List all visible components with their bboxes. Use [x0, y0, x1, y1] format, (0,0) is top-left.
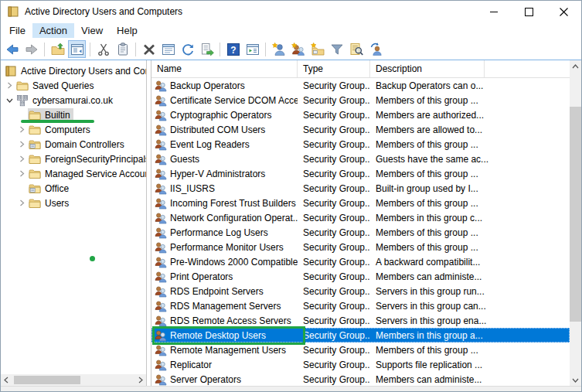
- tree-item-managed-service-accounts[interactable]: Managed Service Accounts: [1, 166, 146, 181]
- tree-item-computers[interactable]: Computers: [1, 122, 146, 137]
- cell-name: Server Operators: [151, 373, 298, 386]
- list-row-performance-monitor-users[interactable]: Performance Monitor UsersSecurity Group.…: [151, 240, 570, 254]
- cut-button[interactable]: [94, 40, 112, 58]
- tree-item-label: cybersamurai.co.uk: [32, 95, 113, 106]
- refresh-button[interactable]: [179, 40, 196, 58]
- list-row-incoming-forest-trust-builders[interactable]: Incoming Forest Trust BuildersSecurity G…: [151, 196, 570, 210]
- new-ou-button[interactable]: [308, 40, 326, 58]
- forward-button[interactable]: [22, 40, 40, 58]
- list-row-cryptographic-operators[interactable]: Cryptographic OperatorsSecurity Group...…: [151, 107, 570, 122]
- list-row-rds-remote-access-servers[interactable]: RDS Remote Access ServersSecurity Group.…: [151, 313, 570, 328]
- chevron-right-icon[interactable]: [4, 82, 15, 89]
- filter-button[interactable]: [328, 40, 345, 58]
- tree-horizontal-scrollbar[interactable]: [1, 374, 146, 386]
- list-row-guests[interactable]: GuestsSecurity Group...Guests have the s…: [151, 152, 570, 166]
- properties-button[interactable]: [159, 40, 177, 58]
- list-row-replicator[interactable]: ReplicatorSecurity Group...Supports file…: [151, 357, 570, 372]
- new-user-button[interactable]: [270, 40, 288, 58]
- scroll-down-button[interactable]: [570, 374, 581, 386]
- cell-name: Distributed COM Users: [151, 124, 298, 136]
- column-header-description[interactable]: Description: [370, 60, 485, 77]
- row-name-label: Certificate Service DCOM Access: [170, 95, 298, 106]
- chevron-right-icon[interactable]: [16, 155, 28, 162]
- toolbar-separator: [135, 43, 136, 56]
- menu-action[interactable]: Action: [32, 23, 74, 38]
- delete-button[interactable]: [140, 40, 158, 58]
- tree-item-domain-controllers[interactable]: Domain Controllers: [1, 137, 146, 152]
- row-name-label: RDS Endpoint Servers: [170, 286, 264, 297]
- chevron-down-icon[interactable]: [4, 97, 15, 104]
- up-one-level-button[interactable]: [49, 40, 66, 58]
- cell-name: Performance Monitor Users: [151, 241, 298, 254]
- tree-item-saved-queries[interactable]: Saved Queries: [1, 78, 146, 93]
- list-row-rds-endpoint-servers[interactable]: RDS Endpoint ServersSecurity Group...Ser…: [151, 284, 570, 298]
- find-button[interactable]: [347, 40, 365, 58]
- tree-item-foreignsecurityprincipals[interactable]: ForeignSecurityPrincipals: [1, 152, 146, 166]
- help-button[interactable]: ?: [224, 40, 242, 58]
- paste-button[interactable]: [114, 40, 131, 58]
- cell-name: Guests: [151, 153, 298, 165]
- list-row-backup-operators[interactable]: Backup OperatorsSecurity Group...Backup …: [151, 78, 570, 93]
- list-row-network-configuration-operat[interactable]: Network Configuration Operat...Security …: [151, 210, 570, 225]
- back-button[interactable]: [3, 40, 21, 58]
- scroll-right-icon[interactable]: [138, 377, 144, 383]
- row-name-label: Remote Management Users: [170, 345, 286, 356]
- user-refresh-button[interactable]: [366, 40, 384, 58]
- console-tree-pane: Active Directory Users and ComSaved Quer…: [1, 60, 147, 386]
- column-header-type[interactable]: Type: [298, 60, 370, 77]
- cell-name: Replicator: [151, 359, 298, 371]
- show-action-pane-button[interactable]: [243, 40, 261, 58]
- list-row-server-operators[interactable]: Server OperatorsSecurity Group...Members…: [151, 372, 570, 386]
- close-button[interactable]: [546, 1, 581, 22]
- new-group-button[interactable]: [289, 40, 307, 58]
- tree-item-office[interactable]: Office: [1, 181, 146, 196]
- list-row-iis-iusrs[interactable]: IIS_IUSRSSecurity Group...Built-in group…: [151, 181, 570, 196]
- tree-item-body: Users: [28, 196, 72, 210]
- paste-icon: [115, 42, 131, 57]
- list-row-print-operators[interactable]: Print OperatorsSecurity Group...Members …: [151, 269, 570, 284]
- chevron-right-icon[interactable]: [16, 170, 28, 177]
- list-row-distributed-com-users[interactable]: Distributed COM UsersSecurity Group...Me…: [151, 122, 570, 137]
- maximize-button[interactable]: [512, 1, 546, 22]
- tree-item-label: Office: [45, 183, 69, 194]
- vertical-scroll-thumb[interactable]: [570, 107, 581, 322]
- folder-icon: [16, 80, 29, 92]
- list-row-remote-desktop-users[interactable]: Remote Desktop UsersSecurity Group...Mem…: [151, 328, 570, 343]
- chevron-right-icon[interactable]: [16, 126, 28, 133]
- tree-item-users[interactable]: Users: [1, 196, 146, 210]
- properties-icon: [161, 42, 176, 57]
- list-row-hyper-v-administrators[interactable]: Hyper-V AdministratorsSecurity Group...M…: [151, 166, 570, 181]
- row-name-label: Hyper-V Administrators: [170, 169, 265, 179]
- scroll-left-icon[interactable]: [3, 377, 9, 383]
- list-column-headers: Name Type Description: [151, 60, 570, 78]
- new-ou-icon: [310, 42, 325, 57]
- list-vertical-scrollbar[interactable]: [570, 60, 581, 386]
- list-row-event-log-readers[interactable]: Event Log ReadersSecurity Group...Member…: [151, 137, 570, 152]
- column-header-name[interactable]: Name: [151, 60, 298, 77]
- tree-item-active-directory-users-and-com[interactable]: Active Directory Users and Com: [1, 63, 146, 78]
- window-bottom-strip: [1, 386, 581, 391]
- close-icon: [560, 8, 568, 16]
- scroll-up-button[interactable]: [570, 60, 581, 72]
- row-name-label: Performance Monitor Users: [170, 242, 284, 253]
- chevron-right-icon[interactable]: [16, 199, 28, 206]
- list-row-pre-windows-2000-compatible[interactable]: Pre-Windows 2000 Compatible...Security G…: [151, 254, 570, 269]
- tree-item-cybersamurai-co-uk[interactable]: cybersamurai.co.uk: [1, 93, 146, 107]
- export-list-button[interactable]: [198, 40, 216, 58]
- tree-item-body: ForeignSecurityPrincipals: [28, 152, 147, 166]
- menu-help[interactable]: Help: [110, 23, 145, 38]
- cell-type: Security Group...: [298, 345, 370, 356]
- list-row-rds-management-servers[interactable]: RDS Management ServersSecurity Group...S…: [151, 298, 570, 313]
- horizontal-scroll-thumb[interactable]: [14, 376, 80, 384]
- list-row-performance-log-users[interactable]: Performance Log UsersSecurity Group...Me…: [151, 225, 570, 240]
- chevron-right-icon[interactable]: [16, 141, 28, 148]
- cell-type: Security Group...: [298, 257, 370, 268]
- security-group-icon: [155, 315, 167, 327]
- minimize-button[interactable]: [477, 1, 512, 22]
- list-row-remote-management-users[interactable]: Remote Management UsersSecurity Group...…: [151, 343, 570, 357]
- menu-view[interactable]: View: [74, 23, 110, 38]
- security-group-icon: [155, 168, 167, 180]
- list-row-certificate-service-dcom-access[interactable]: Certificate Service DCOM AccessSecurity …: [151, 93, 570, 107]
- show-console-tree-button[interactable]: [68, 40, 86, 58]
- menu-file[interactable]: File: [2, 23, 32, 38]
